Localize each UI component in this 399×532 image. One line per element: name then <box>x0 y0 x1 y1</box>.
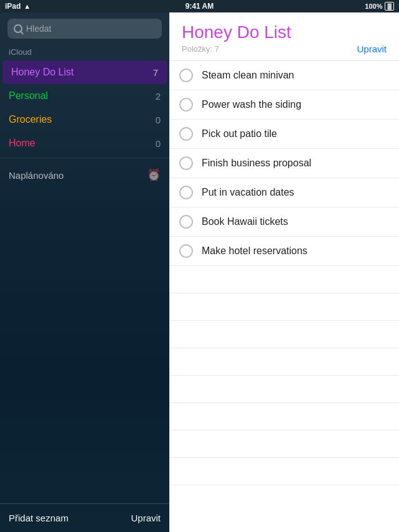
task-circle[interactable] <box>179 244 193 258</box>
wifi-icon: ▲ <box>24 2 31 10</box>
task-item[interactable]: Make hotel reservations <box>169 237 399 266</box>
sidebar-item-personal[interactable]: Personal 2 <box>0 84 169 108</box>
divider <box>0 158 169 158</box>
task-text: Finish business proposal <box>202 158 311 169</box>
task-text: Pick out patio tile <box>202 128 277 140</box>
task-circle[interactable] <box>179 156 193 170</box>
sidebar-footer: Přidat seznam Upravit <box>0 503 169 532</box>
task-circle[interactable] <box>179 186 193 199</box>
tasks-list: Steam clean minivan Power wash the sidin… <box>169 61 399 532</box>
sidebar-item-count: 7 <box>153 67 158 78</box>
sidebar-item-home[interactable]: Home 0 <box>0 131 169 155</box>
empty-task-item <box>169 321 399 348</box>
sidebar-item-groceries[interactable]: Groceries 0 <box>0 108 169 131</box>
sidebar-item-label: Personal <box>9 90 48 102</box>
search-bar[interactable]: Hledat <box>7 19 162 39</box>
task-item[interactable]: Power wash the siding <box>169 90 399 120</box>
empty-task-item <box>169 403 399 430</box>
sidebar-item-label: Groceries <box>9 114 52 125</box>
sidebar-item-count: 0 <box>156 138 161 149</box>
list-title: Honey Do List <box>182 22 387 42</box>
search-placeholder: Hledat <box>26 24 51 34</box>
task-item[interactable]: Pick out patio tile <box>169 120 399 149</box>
scheduled-row[interactable]: Naplánováno ⏰ <box>0 161 169 189</box>
search-icon <box>14 24 22 33</box>
device-label: iPad <box>5 2 21 11</box>
task-text: Steam clean minivan <box>202 70 294 81</box>
empty-task-item <box>169 348 399 376</box>
status-bar: iPad ▲ 9:41 AM 100% ▓ <box>0 0 399 12</box>
add-list-button[interactable]: Přidat seznam <box>9 513 68 523</box>
empty-task-item <box>169 430 399 458</box>
icloud-label: iCloud <box>0 45 169 60</box>
list-meta-row: Položky: 7 Upravit <box>182 44 387 54</box>
battery-label: 100% <box>365 2 382 10</box>
status-right: 100% ▓ <box>365 2 394 11</box>
sidebar-item-label: Home <box>9 138 35 149</box>
sidebar: Hledat iCloud Honey Do List 7 Personal 2… <box>0 12 169 532</box>
task-circle[interactable] <box>179 69 193 82</box>
task-circle[interactable] <box>179 215 193 229</box>
sidebar-item-label: Honey Do List <box>11 67 74 78</box>
sidebar-item-count: 0 <box>156 115 161 125</box>
battery-icon: ▓ <box>385 2 394 11</box>
empty-task-item <box>169 376 399 403</box>
task-item[interactable]: Finish business proposal <box>169 149 399 178</box>
task-text: Power wash the siding <box>202 99 301 110</box>
list-header: Honey Do List Položky: 7 Upravit <box>169 12 399 61</box>
status-time: 9:41 AM <box>185 2 214 11</box>
sidebar-item-count: 2 <box>156 91 161 102</box>
task-item[interactable]: Steam clean minivan <box>169 61 399 90</box>
main-content: Honey Do List Položky: 7 Upravit Steam c… <box>169 12 399 532</box>
scheduled-label: Naplánováno <box>9 170 63 181</box>
edit-button[interactable]: Upravit <box>357 44 387 54</box>
task-circle[interactable] <box>179 127 193 141</box>
list-items-section: Honey Do List 7 Personal 2 Groceries 0 H… <box>0 60 169 503</box>
alarm-icon: ⏰ <box>147 168 161 182</box>
empty-task-item <box>169 458 399 485</box>
list-count-label: Položky: 7 <box>182 44 219 54</box>
sidebar-item-honey-do-list[interactable]: Honey Do List 7 <box>2 60 167 84</box>
task-item[interactable]: Put in vacation dates <box>169 178 399 207</box>
task-text: Put in vacation dates <box>202 187 294 198</box>
status-left: iPad ▲ <box>5 2 31 11</box>
app-container: Hledat iCloud Honey Do List 7 Personal 2… <box>0 12 399 532</box>
sidebar-edit-button[interactable]: Upravit <box>131 513 161 523</box>
task-item[interactable]: Book Hawaii tickets <box>169 207 399 237</box>
task-text: Make hotel reservations <box>202 245 307 257</box>
task-circle[interactable] <box>179 98 193 112</box>
task-text: Book Hawaii tickets <box>202 216 288 227</box>
empty-task-item <box>169 293 399 321</box>
empty-task-item <box>169 266 399 293</box>
